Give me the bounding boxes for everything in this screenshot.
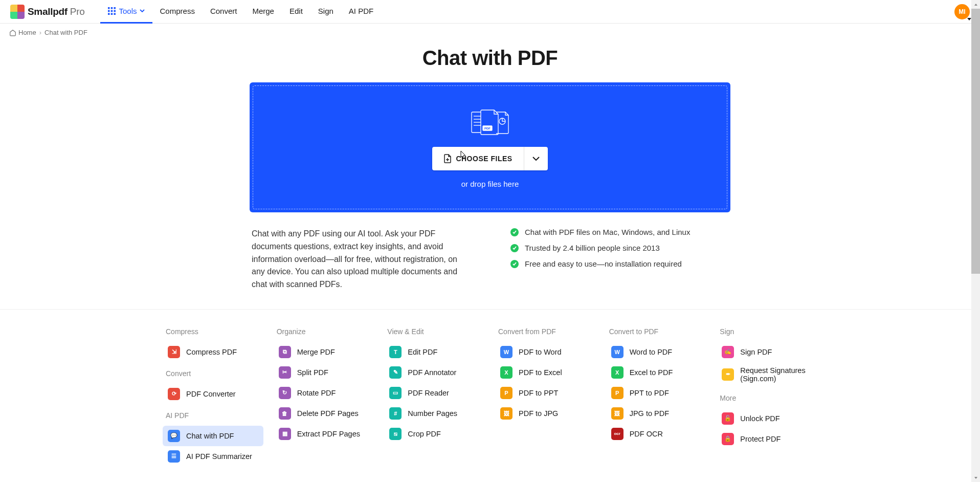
- tool-compress-pdf[interactable]: ⇲Compress PDF: [163, 342, 263, 362]
- user-menu[interactable]: MI: [954, 4, 970, 19]
- tool-pdf-annotator[interactable]: ✎PDF Annotator: [384, 362, 485, 383]
- description: Chat with any PDF using our AI tool. Ask…: [252, 228, 470, 291]
- header: Smallpdf Pro Tools Compress Convert Merg…: [0, 0, 980, 24]
- svg-text:PDF: PDF: [484, 127, 491, 130]
- svg-rect-3: [108, 10, 110, 12]
- tool-crop-pdf[interactable]: ⧅Crop PDF: [384, 424, 485, 444]
- nav-tools[interactable]: Tools: [100, 0, 152, 24]
- nav-sign[interactable]: Sign: [310, 0, 341, 24]
- check-icon: [510, 260, 519, 268]
- col-header: Convert from PDF: [495, 327, 596, 336]
- ppt-icon: P: [500, 387, 513, 399]
- svg-rect-0: [108, 7, 110, 9]
- breadcrumb-current: Chat with PDF: [44, 29, 87, 36]
- tool-merge-pdf[interactable]: ⧉Merge PDF: [274, 342, 374, 362]
- breadcrumb-separator: ›: [39, 29, 41, 36]
- bullet-item: Free and easy to use—no installation req…: [510, 259, 728, 268]
- jpg-icon: 🖼: [500, 407, 513, 420]
- tool-pdf-to-word[interactable]: WPDF to Word: [495, 342, 596, 362]
- choose-files-group: CHOOSE FILES: [432, 147, 547, 170]
- col-header: Compress: [163, 327, 263, 336]
- tools-section: Compress ⇲Compress PDF Convert ⟳PDF Conv…: [0, 309, 980, 482]
- tool-protect-pdf[interactable]: 🔒Protect PDF: [717, 429, 817, 449]
- tool-chat-with-pdf[interactable]: 💬Chat with PDF: [163, 426, 263, 446]
- nav-merge[interactable]: Merge: [244, 0, 282, 24]
- tool-pdf-to-ppt[interactable]: PPDF to PPT: [495, 383, 596, 403]
- choose-files-button[interactable]: CHOOSE FILES: [432, 147, 523, 170]
- choose-files-dropdown[interactable]: [524, 147, 548, 170]
- col-header: Convert to PDF: [606, 327, 707, 336]
- tool-pdf-to-jpg[interactable]: 🖼PDF to JPG: [495, 403, 596, 424]
- tool-edit-pdf[interactable]: TEdit PDF: [384, 342, 485, 362]
- tool-extract-pages[interactable]: ▦Extract PDF Pages: [274, 424, 374, 444]
- ocr-icon: ocr: [611, 428, 623, 440]
- choose-files-label: CHOOSE FILES: [456, 155, 512, 163]
- logo-text: Smallpdf Pro: [28, 6, 85, 17]
- file-plus-icon: [443, 154, 452, 163]
- scroll-down-button[interactable]: [971, 473, 980, 482]
- logo-icon: [10, 5, 25, 19]
- col-header: Sign: [717, 327, 817, 336]
- drop-hint: or drop files here: [461, 180, 519, 188]
- avatar: MI: [954, 4, 970, 19]
- top-nav: Tools Compress Convert Merge Edit Sign A…: [100, 0, 382, 23]
- word-icon: W: [500, 346, 513, 358]
- nav-compress[interactable]: Compress: [152, 0, 203, 24]
- merge-icon: ⧉: [279, 346, 291, 358]
- nav-tools-label: Tools: [119, 7, 137, 15]
- tool-ai-summarizer[interactable]: ☰AI PDF Summarizer: [163, 446, 263, 467]
- tool-ppt-to-pdf[interactable]: PPPT to PDF: [606, 383, 707, 403]
- nav-aipdf[interactable]: AI PDF: [341, 0, 381, 24]
- svg-rect-7: [110, 13, 113, 15]
- bullet-item: Chat with PDF files on Mac, Windows, and…: [510, 228, 728, 236]
- logo[interactable]: Smallpdf Pro: [10, 5, 85, 19]
- col-header: AI PDF: [163, 411, 263, 420]
- feature-bullets: Chat with PDF files on Mac, Windows, and…: [510, 228, 728, 291]
- convert-icon: ⟳: [168, 388, 180, 400]
- svg-rect-5: [114, 10, 116, 12]
- tool-column-organize: Organize ⧉Merge PDF ✂Split PDF ↻Rotate P…: [274, 327, 374, 467]
- tool-column-sign-more: Sign ✍Sign PDF ✒Request Signatures (Sign…: [717, 327, 817, 467]
- tool-pdf-reader[interactable]: ▭PDF Reader: [384, 383, 485, 403]
- page-title: Chat with PDF: [250, 47, 730, 70]
- documents-icon: PDF: [470, 109, 510, 136]
- col-header: Convert: [163, 369, 263, 378]
- nav-convert[interactable]: Convert: [203, 0, 245, 24]
- vertical-scrollbar[interactable]: [971, 0, 980, 482]
- split-icon: ✂: [279, 366, 291, 379]
- breadcrumb-home[interactable]: Home: [9, 29, 36, 36]
- col-header: View & Edit: [384, 327, 485, 336]
- compress-icon: ⇲: [168, 346, 180, 358]
- home-icon: [9, 29, 16, 36]
- tool-jpg-to-pdf[interactable]: 🖼JPG to PDF: [606, 403, 707, 424]
- nav-edit[interactable]: Edit: [282, 0, 310, 24]
- tool-request-signatures[interactable]: ✒Request Signatures (Sign.com): [717, 362, 817, 387]
- svg-rect-8: [114, 13, 116, 15]
- tool-number-pages[interactable]: #Number Pages: [384, 403, 485, 424]
- lock-icon: 🔒: [722, 433, 734, 445]
- scroll-up-button[interactable]: [971, 0, 980, 9]
- check-icon: [510, 228, 519, 236]
- tool-column-compress-convert-ai: Compress ⇲Compress PDF Convert ⟳PDF Conv…: [163, 327, 263, 467]
- tool-rotate-pdf[interactable]: ↻Rotate PDF: [274, 383, 374, 403]
- tool-excel-to-pdf[interactable]: XExcel to PDF: [606, 362, 707, 383]
- tool-delete-pages[interactable]: 🗑Delete PDF Pages: [274, 403, 374, 424]
- col-header: More: [717, 394, 817, 402]
- chevron-down-icon: [532, 157, 540, 161]
- tool-column-view-edit: View & Edit TEdit PDF ✎PDF Annotator ▭PD…: [384, 327, 485, 467]
- tool-pdf-to-excel[interactable]: XPDF to Excel: [495, 362, 596, 383]
- ppt-icon: P: [611, 387, 623, 399]
- trash-icon: 🗑: [279, 407, 291, 420]
- crop-icon: ⧅: [389, 428, 402, 440]
- grid-icon: [108, 7, 116, 15]
- tool-unlock-pdf[interactable]: 🔓Unlock PDF: [717, 408, 817, 429]
- tool-pdf-converter[interactable]: ⟳PDF Converter: [163, 384, 263, 404]
- tool-pdf-ocr[interactable]: ocrPDF OCR: [606, 424, 707, 444]
- file-dropzone[interactable]: PDF CHOOSE FILES or drop files here: [250, 82, 730, 212]
- main: Chat with PDF PDF CHOOSE FILES: [250, 47, 730, 309]
- tool-sign-pdf[interactable]: ✍Sign PDF: [717, 342, 817, 362]
- tool-word-to-pdf[interactable]: WWord to PDF: [606, 342, 707, 362]
- tool-split-pdf[interactable]: ✂Split PDF: [274, 362, 374, 383]
- caret-down-icon: [140, 9, 145, 12]
- svg-rect-1: [110, 7, 113, 9]
